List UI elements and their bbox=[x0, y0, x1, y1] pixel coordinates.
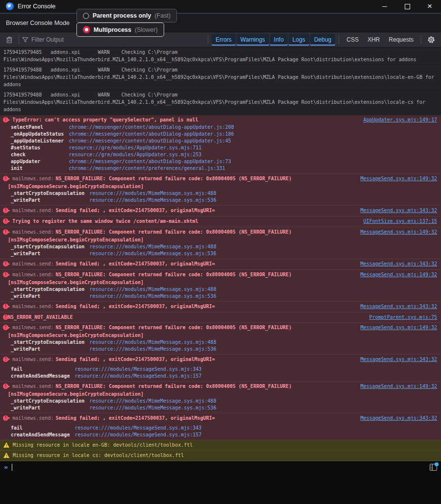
filter-output-input[interactable] bbox=[31, 36, 139, 43]
error-location-link[interactable]: AppUpdater.sys.mjs:149:17 bbox=[363, 116, 437, 123]
error-message: NS_ERROR_NOT_AVAILABLE bbox=[8, 314, 73, 320]
separator bbox=[421, 35, 421, 44]
error-location-link[interactable]: MessageSend.sys.mjs:343:32 bbox=[360, 356, 437, 363]
stack-frame-link[interactable]: resource:///modules/MimeMessage.sys.mjs:… bbox=[90, 293, 437, 300]
mode-toolbar: Browser Console Mode Parent process only… bbox=[0, 14, 441, 32]
command-line-row: » bbox=[0, 461, 441, 473]
filter-toggle-errors[interactable]: Errors bbox=[212, 34, 236, 46]
filter-toggle-warnings[interactable]: Warnings bbox=[237, 34, 269, 46]
stack-frame-link[interactable]: chrome://messenger/content/aboutDialog-a… bbox=[69, 131, 437, 138]
maximize-button[interactable] bbox=[396, 0, 418, 13]
filter-toggle-xhr[interactable]: XHR bbox=[364, 34, 384, 46]
error-location-link[interactable]: MessageSend.sys.mjs:149:32 bbox=[360, 175, 437, 182]
error-message: Sending failed; , exitCode=2147500037, o… bbox=[56, 357, 215, 362]
error-entry: !AppUpdater.sys.mjs:149:17▶TypeError: ca… bbox=[0, 115, 441, 174]
log-message: 1759419579488 addons.xpi WARN Checking C… bbox=[3, 91, 437, 113]
warning-entry: Missing resource in locale en-GB: devtoo… bbox=[0, 440, 441, 451]
window-controls bbox=[373, 0, 441, 13]
warning-message: Missing resource in locale en-GB: devtoo… bbox=[13, 442, 193, 448]
stack-frame-link[interactable]: chrome://messenger/content/preferences/g… bbox=[69, 165, 437, 172]
stack-frame-function: _startCryptoEncapsulation bbox=[11, 190, 85, 197]
stack-trace: _startCryptoEncapsulationresource:///mod… bbox=[11, 243, 437, 257]
error-location-link[interactable]: PromptParent.sys.mjs:75 bbox=[369, 313, 437, 321]
stack-frame-link[interactable]: chrome://messenger/content/aboutDialog-a… bbox=[69, 138, 437, 144]
close-button[interactable] bbox=[418, 0, 441, 13]
error-icon: ! bbox=[3, 325, 8, 330]
stack-frame-function: selectPanel bbox=[11, 124, 64, 131]
separator bbox=[339, 35, 339, 44]
filter-toggle-info[interactable]: Info bbox=[270, 34, 288, 46]
warning-entry: Missing resource in locale cs: devtools/… bbox=[0, 451, 441, 461]
stack-frame-link[interactable]: chrome://messenger/content/aboutDialog-a… bbox=[69, 158, 437, 165]
filter-toggle-logs[interactable]: Logs bbox=[289, 34, 309, 46]
stack-frame-link[interactable]: resource:///modules/MimeMessage.sys.mjs:… bbox=[90, 197, 437, 204]
stack-frame-link[interactable]: resource:///modules/MimeMessage.sys.mjs:… bbox=[90, 346, 437, 353]
sidebar-toggle-button[interactable] bbox=[430, 464, 437, 471]
error-icon: ! bbox=[3, 218, 8, 224]
error-entry: !MessageSend.sys.mjs:149:32▶mailnews.sen… bbox=[0, 174, 441, 206]
stack-frame-link[interactable]: resource:///modules/MimeMessage.sys.mjs:… bbox=[90, 339, 437, 346]
stack-frame-link[interactable]: resource:///modules/MessageSend.sys.mjs:… bbox=[74, 425, 437, 432]
error-message-line: MessageSend.sys.mjs:343:32▶mailnews.send… bbox=[8, 207, 437, 215]
error-entry: !MessageSend.sys.mjs:149:32▶mailnews.sen… bbox=[0, 227, 441, 259]
error-message-line: AppUpdater.sys.mjs:149:17▶TypeError: can… bbox=[8, 116, 437, 124]
stack-frame-link[interactable]: resource:///modules/MessageSend.sys.mjs:… bbox=[74, 432, 437, 438]
clear-output-button[interactable] bbox=[3, 34, 16, 46]
error-message: Sending failed; , exitCode=2147500037, o… bbox=[56, 261, 215, 266]
stack-frame-link[interactable]: resource:///modules/MimeMessage.sys.mjs:… bbox=[90, 398, 437, 405]
error-entry: !PromptParent.sys.mjs:75NS_ERROR_NOT_AVA… bbox=[0, 312, 441, 323]
console-settings-button[interactable] bbox=[424, 34, 438, 46]
filter-toggle-requests[interactable]: Requests bbox=[385, 34, 417, 46]
minimize-button[interactable] bbox=[373, 0, 396, 13]
error-category: mailnews.send: bbox=[12, 304, 53, 309]
error-location-link[interactable]: MessageSend.sys.mjs:343:32 bbox=[360, 260, 437, 267]
stack-frame-link[interactable]: resource://gre/modules/AppUpdater.sys.mj… bbox=[69, 144, 437, 151]
error-location-link[interactable]: MessageSend.sys.mjs:149:32 bbox=[360, 228, 437, 236]
stack-frame-link[interactable]: resource:///modules/MessageSend.sys.mjs:… bbox=[74, 373, 437, 380]
error-location-link[interactable]: MessageSend.sys.mjs:149:32 bbox=[360, 324, 437, 331]
stack-frame-link[interactable]: resource:///modules/MimeMessage.sys.mjs:… bbox=[90, 243, 437, 250]
log-message: 1759419579488 addons.xpi WARN Checking C… bbox=[3, 66, 437, 88]
error-location-link[interactable]: UIFontSize.sys.mjs:137:15 bbox=[363, 217, 437, 225]
stack-frame-link[interactable]: resource:///modules/MimeMessage.sys.mjs:… bbox=[90, 190, 437, 197]
error-category: mailnews.send: bbox=[12, 325, 53, 330]
stack-frame-link[interactable]: chrome://messenger/content/aboutDialog-a… bbox=[69, 124, 437, 131]
error-entry: !MessageSend.sys.mjs:149:32▶mailnews.sen… bbox=[0, 270, 441, 302]
mode-option-multiprocess[interactable]: Multiprocess(Slower) bbox=[76, 23, 164, 37]
error-icon: ! bbox=[3, 272, 8, 277]
stack-frame-link[interactable]: resource:///modules/MimeMessage.sys.mjs:… bbox=[90, 405, 437, 411]
stack-frame-function: _startCryptoEncapsulation bbox=[11, 398, 85, 405]
stack-frame-link[interactable]: resource:///modules/MimeMessage.sys.mjs:… bbox=[90, 286, 437, 293]
error-message-line: MessageSend.sys.mjs:149:32▶mailnews.send… bbox=[8, 175, 437, 190]
error-entry: !MessageSend.sys.mjs:343:32▶mailnews.sen… bbox=[0, 206, 441, 216]
error-message-line: MessageSend.sys.mjs:343:32▼mailnews.send… bbox=[8, 356, 437, 363]
mode-option-label: Parent process only bbox=[93, 12, 151, 19]
window-title: Error Console bbox=[18, 3, 373, 10]
error-icon: ! bbox=[3, 357, 8, 362]
stack-frame-link[interactable]: resource:///modules/MimeMessage.sys.mjs:… bbox=[90, 250, 437, 257]
filter-toggle-css[interactable]: CSS bbox=[343, 34, 363, 46]
error-message-line: MessageSend.sys.mjs:343:32▶mailnews.send… bbox=[8, 303, 437, 311]
error-message-line: MessageSend.sys.mjs:149:32▶mailnews.send… bbox=[8, 228, 437, 243]
stack-frame-link[interactable]: resource://gre/modules/AppUpdater.sys.mj… bbox=[69, 151, 437, 158]
error-location-link[interactable]: MessageSend.sys.mjs:343:32 bbox=[360, 303, 437, 310]
mode-option-suffix: (Fast) bbox=[154, 12, 171, 19]
stack-trace: _startCryptoEncapsulationresource:///mod… bbox=[11, 286, 437, 300]
warning-icon bbox=[3, 453, 9, 458]
error-location-link[interactable]: MessageSend.sys.mjs:149:32 bbox=[360, 383, 437, 390]
error-message-line: MessageSend.sys.mjs:149:32▶mailnews.send… bbox=[8, 383, 437, 398]
error-location-link[interactable]: MessageSend.sys.mjs:149:32 bbox=[360, 271, 437, 278]
stack-frame-link[interactable]: resource:///modules/MessageSend.sys.mjs:… bbox=[74, 366, 437, 373]
mode-option-parent-process-only[interactable]: Parent process only(Fast) bbox=[76, 9, 177, 23]
stack-trace: _startCryptoEncapsulationresource:///mod… bbox=[11, 339, 437, 353]
separator bbox=[208, 35, 208, 44]
trash-icon bbox=[6, 36, 13, 44]
stack-trace: selectPanelchrome://messenger/content/ab… bbox=[11, 124, 437, 172]
title-bar: Error Console bbox=[0, 0, 441, 14]
error-location-link[interactable]: MessageSend.sys.mjs:343:32 bbox=[360, 207, 437, 214]
funnel-icon bbox=[22, 37, 28, 43]
filter-toggle-debug[interactable]: Debug bbox=[310, 34, 335, 46]
error-location-link[interactable]: MessageSend.sys.mjs:343:32 bbox=[360, 414, 437, 422]
radio-icon bbox=[83, 26, 90, 33]
error-icon: ! bbox=[3, 261, 8, 266]
